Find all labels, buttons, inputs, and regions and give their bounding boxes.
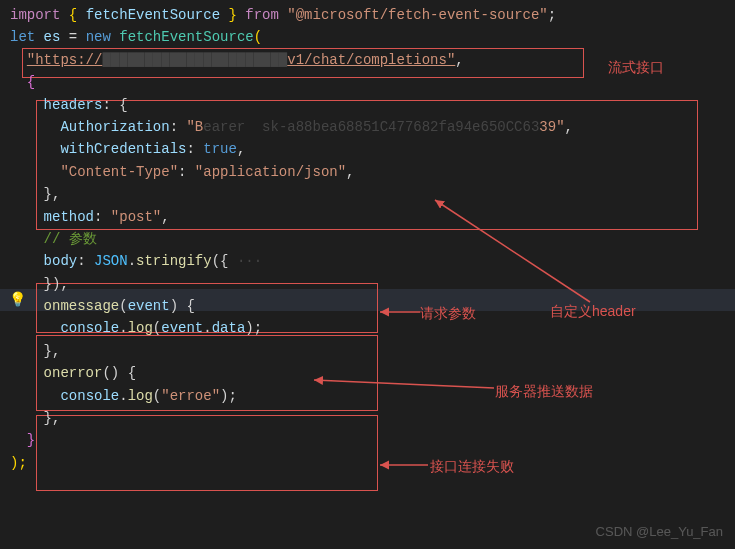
watermark: CSDN @Lee_Yu_Fan [596,522,723,543]
code-block: import { fetchEventSource } from "@micro… [0,0,735,478]
